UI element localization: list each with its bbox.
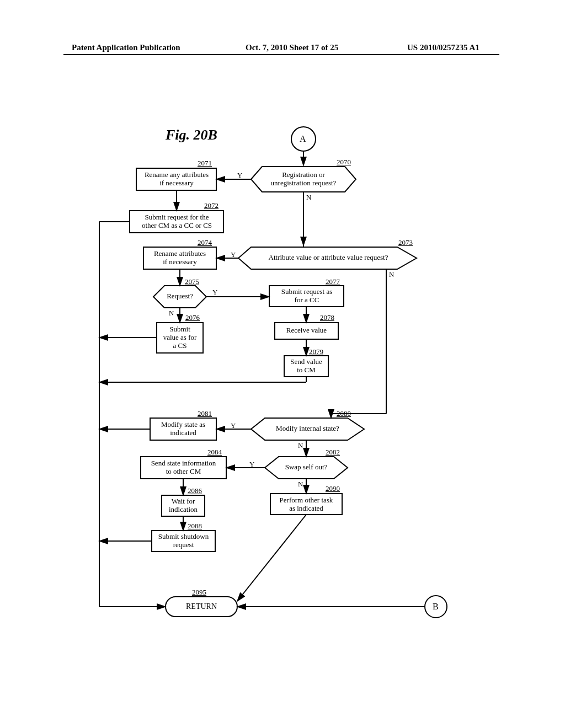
text-2072: Submit request for theother CM as a CC o… [131,213,222,230]
connector-a-label: A [300,134,306,144]
page: Patent Application Publication Oct. 7, 2… [0,0,565,728]
text-2088: Submit shutdownrequest [152,533,215,549]
text-2070: Registration orunregistration request? [259,171,348,188]
text-2073: Attribute value or attribute value reque… [251,254,406,262]
yn-2075-y: Y [212,288,217,297]
text-2090: Perform other taskas indicated [270,496,342,513]
num-2070: 2070 [337,158,351,167]
text-2081: Modify state asindicated [150,421,216,437]
yn-2080-y: Y [231,421,236,430]
num-2090: 2090 [326,484,340,493]
num-2074: 2074 [198,238,212,247]
num-2084: 2084 [207,448,222,457]
num-2079: 2079 [309,347,323,356]
connector-b-label: B [433,602,439,612]
yn-2075-n: N [169,309,174,318]
num-2078: 2078 [320,313,334,322]
yn-2082-n: N [298,480,303,489]
yn-2070-n: N [306,193,311,202]
num-2076: 2076 [185,313,200,322]
text-2076: Submitvalue as fora CS [157,325,203,350]
num-2082: 2082 [326,448,340,457]
num-2088: 2088 [188,522,202,531]
text-2086: Wait forindication [162,497,205,514]
text-2082: Swap self out? [276,463,337,472]
text-2095: RETURN [166,602,237,611]
num-2081: 2081 [198,409,212,418]
num-2073: 2073 [398,238,413,247]
num-2086: 2086 [188,486,202,495]
text-2078: Receive value [275,326,338,335]
num-2075: 2075 [185,277,199,286]
num-2072: 2072 [204,201,218,210]
num-2077: 2077 [326,277,340,286]
num-2095: 2095 [192,588,206,597]
text-2080: Modify internal state? [262,425,353,433]
svg-line-46 [237,515,306,601]
text-2084: Send state informationto other CM [141,459,226,476]
text-2077: Submit request asfor a CC [270,288,343,304]
yn-2070-y: Y [237,171,242,180]
yn-2073-y: Y [231,250,236,259]
flowchart-svg [0,0,565,728]
num-2071: 2071 [198,159,212,168]
text-2074: Rename attributesif necessary [145,250,215,266]
yn-2082-y: Y [249,460,254,469]
yn-2080-n: N [298,441,303,450]
yn-2073-n: N [389,270,394,279]
text-2079: Send valueto CM [284,358,328,374]
text-2071: Rename any attributesif necessary [138,171,215,188]
num-2080: 2080 [337,409,351,418]
text-2075: Request? [163,292,196,301]
